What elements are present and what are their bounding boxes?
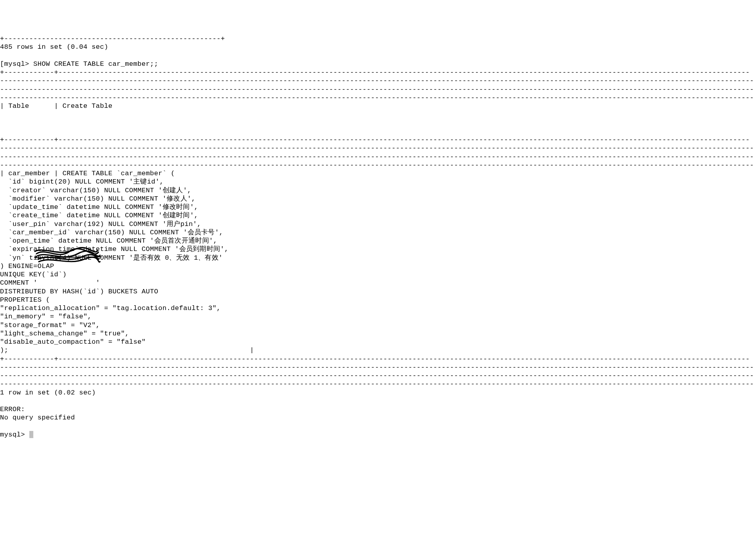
rule-line: ----------------------------------------… — [0, 94, 754, 101]
rule-line: +------------+--------------------------… — [0, 355, 750, 363]
column-def: `id` bigint(20) NULL COMMENT '主键id', — [0, 178, 164, 186]
property-line: "replication_allocation" = "tag.location… — [0, 304, 221, 312]
rule-line: ----------------------------------------… — [0, 380, 754, 388]
comment-line: COMMENT ' ' — [0, 279, 100, 287]
rule-line: ----------------------------------------… — [0, 153, 754, 161]
column-def: `car_member_id` varchar(150) NULL COMMEN… — [0, 229, 223, 236]
cursor-icon — [29, 431, 33, 438]
properties-open: PROPERTIES ( — [0, 296, 50, 304]
rows-summary: 485 rows in set (0.04 sec) — [0, 43, 108, 51]
rule-line: ----------------------------------------… — [0, 144, 754, 152]
rule-line: +------------+--------------------------… — [0, 69, 750, 76]
rows-summary: 1 row in set (0.02 sec) — [0, 389, 96, 396]
property-line: "light_schema_change" = "true", — [0, 330, 129, 337]
mysql-prompt[interactable]: mysql> — [0, 431, 33, 438]
rule-line: ----------------------------------------… — [0, 364, 754, 371]
rule-line: ----------------------------------------… — [0, 86, 754, 93]
rule-line: ----------------------------------------… — [0, 161, 754, 169]
column-def: `create_time` datetime NULL COMMENT '创建时… — [0, 212, 198, 219]
property-line: "disable_auto_compaction" = "false" — [0, 338, 146, 346]
error-message: No query specified — [0, 414, 75, 421]
rule-line: ----------------------------------------… — [0, 77, 754, 84]
create-table-header: | car_member | CREATE TABLE `car_member`… — [0, 170, 175, 177]
column-def: `creator` varchar(150) NULL COMMENT '创建人… — [0, 187, 191, 194]
unique-key-line: UNIQUE KEY(`id`) — [0, 271, 67, 278]
close-paren-line: ); | — [0, 346, 254, 354]
column-def: `modifier` varchar(150) NULL COMMENT '修改… — [0, 195, 196, 203]
error-label: ERROR: — [0, 406, 25, 413]
property-line: "storage_format" = "V2", — [0, 322, 100, 329]
column-def: `yn` tinyint(4) NULL COMMENT '是否有效 0、无效 … — [0, 254, 223, 262]
terminal-output: +---------------------------------------… — [0, 34, 756, 439]
engine-line: ) ENGINE=OLAP — [0, 262, 54, 270]
mysql-prompt-command[interactable]: [mysql> SHOW CREATE TABLE car_member;; — [0, 60, 158, 68]
property-line: "in_memory" = "false", — [0, 313, 92, 320]
rule-line: +---------------------------------------… — [0, 35, 225, 42]
table-header-row: | Table | Create Table — [0, 102, 113, 110]
rule-line: +------------+--------------------------… — [0, 136, 750, 144]
column-def: `expiration_time` datetime NULL COMMENT … — [0, 245, 228, 253]
rule-line: ----------------------------------------… — [0, 372, 754, 379]
distributed-line: DISTRIBUTED BY HASH(`id`) BUCKETS AUTO — [0, 288, 158, 295]
column-def: `user_pin` varchar(192) NULL COMMENT '用户… — [0, 220, 201, 228]
column-def: `update_time` datetime NULL COMMENT '修改时… — [0, 203, 198, 211]
column-def: `open_time` datetime NULL COMMENT '会员首次开… — [0, 237, 217, 245]
